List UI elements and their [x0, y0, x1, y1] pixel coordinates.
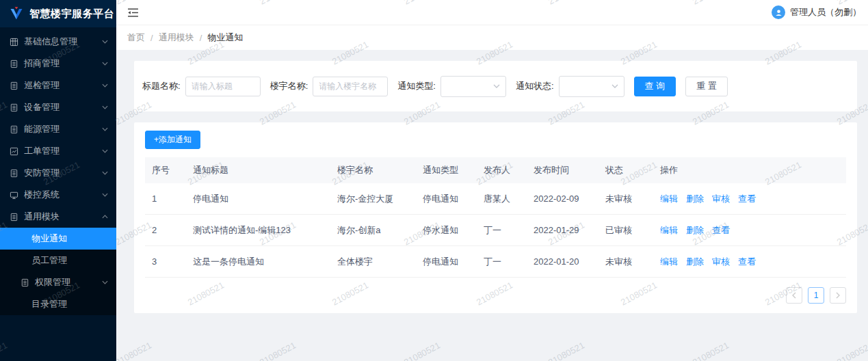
sidebar-subitem[interactable]: 物业通知 [0, 228, 116, 250]
page: 智慧楼宇服务平台 基础信息管理招商管理巡检管理设备管理能源管理工单管理安防管理楼… [0, 0, 868, 361]
status-filter-select[interactable] [559, 76, 624, 97]
document-icon [10, 81, 18, 90]
chevron-down-icon [102, 149, 108, 153]
cell-index: 1 [145, 193, 186, 204]
cell-index: 3 [145, 256, 186, 267]
row-actions: 编辑删除审核查看 [653, 193, 846, 205]
logo-shield-icon [8, 5, 25, 22]
type-filter-label: 通知类型: [397, 80, 436, 92]
delete-link[interactable]: 删除 [686, 256, 704, 268]
cell-building: 海尔-金控大厦 [330, 193, 416, 205]
breadcrumb-item[interactable]: 首页 [127, 31, 145, 44]
breadcrumb-item[interactable]: 通用模块 [159, 31, 194, 44]
sidebar-item[interactable]: 巡检管理 [0, 75, 116, 96]
column-header: 发布人 [477, 164, 527, 176]
title-filter-label: 标题名称: [142, 80, 181, 92]
sidebar-item[interactable]: 楼控系统 [0, 184, 116, 206]
chevron-down-icon [611, 84, 618, 88]
status-filter-label: 通知状态: [516, 80, 554, 92]
column-header: 通知类型 [416, 164, 477, 176]
status-filter-group: 通知状态: [516, 76, 624, 97]
add-notice-button[interactable]: +添加通知 [145, 131, 200, 149]
delete-link[interactable]: 删除 [686, 224, 704, 237]
cell-type: 停电通知 [416, 256, 477, 268]
reset-button[interactable]: 重 置 [685, 77, 728, 96]
type-filter-group: 通知类型: [397, 76, 506, 97]
page-number-button[interactable]: 1 [808, 287, 824, 304]
cell-status: 未审核 [599, 193, 653, 205]
sidebar-subitem[interactable]: 权限管理 [0, 271, 116, 293]
chevron-down-icon [102, 83, 108, 88]
chevron-down-icon [102, 127, 108, 131]
sidebar-item[interactable]: 能源管理 [0, 118, 116, 140]
table-body: 1停电通知海尔-金控大厦停电通知唐某人2022-02-09未审核编辑删除审核查看… [145, 183, 846, 278]
submenu: 物业通知员工管理权限管理目录管理 [0, 228, 116, 315]
user-avatar-icon [772, 5, 785, 19]
cell-type: 停水通知 [416, 224, 477, 237]
view-link[interactable]: 查看 [738, 193, 756, 205]
document-icon [10, 213, 18, 222]
chevron-down-icon [102, 105, 108, 109]
chevron-up-icon [102, 215, 108, 219]
sidebar-item[interactable]: 通用模块 [0, 206, 116, 228]
monitor-icon [10, 191, 18, 200]
table-row: 1停电通知海尔-金控大厦停电通知唐某人2022-02-09未审核编辑删除审核查看 [145, 183, 846, 215]
delete-link[interactable]: 删除 [686, 193, 704, 205]
title-filter-input[interactable] [185, 77, 261, 96]
sidebar-item[interactable]: 设备管理 [0, 96, 116, 118]
next-page-button[interactable] [830, 287, 846, 304]
menu-fold-icon[interactable] [127, 8, 139, 18]
breadcrumb-item: 物业通知 [207, 31, 243, 44]
edit-link[interactable]: 编辑 [660, 224, 678, 237]
cell-publish-time: 2022-01-20 [527, 256, 599, 267]
cell-publisher: 唐某人 [477, 193, 527, 205]
sidebar-item[interactable]: 工单管理 [0, 140, 116, 162]
search-button[interactable]: 查 询 [634, 77, 676, 96]
sidebar-item[interactable]: 招商管理 [0, 53, 116, 75]
building-filter-group: 楼宇名称: [270, 77, 389, 96]
cell-title: 停电通知 [186, 193, 330, 205]
user-menu[interactable]: 管理人员（勿删） [772, 5, 861, 19]
column-header: 序号 [145, 164, 186, 176]
cell-index: 2 [145, 225, 186, 235]
sidebar-subitem[interactable]: 员工管理 [0, 250, 116, 271]
chevron-down-icon [493, 84, 500, 88]
edit-link[interactable]: 编辑 [660, 256, 678, 268]
top-header: 管理人员（勿删） [116, 0, 868, 25]
column-header: 操作 [653, 164, 846, 176]
sidebar-item[interactable]: 安防管理 [0, 162, 116, 184]
type-filter-select[interactable] [440, 76, 506, 97]
prev-page-button[interactable] [786, 287, 802, 304]
content: 标题名称: 楼宇名称: 通知类型: 通知状态: [116, 50, 868, 361]
row-actions: 编辑删除查看 [653, 224, 846, 237]
sidebar-item-label: 巡检管理 [24, 79, 60, 92]
document-icon [21, 278, 29, 287]
sidebar-subitem[interactable]: 目录管理 [0, 293, 116, 315]
review-link[interactable]: 审核 [712, 193, 730, 205]
column-header: 状态 [599, 164, 653, 176]
user-name: 管理人员（勿删） [790, 6, 861, 18]
building-filter-input[interactable] [313, 77, 388, 96]
chevron-down-icon [102, 62, 108, 66]
edit-link[interactable]: 编辑 [660, 193, 678, 205]
sidebar-item-label: 工单管理 [24, 145, 60, 157]
main-area: 管理人员（勿删） 首页/通用模块/物业通知 标题名称: 楼宇名称: 通知类型: [116, 0, 868, 361]
chevron-down-icon [102, 171, 108, 175]
sidebar-item[interactable]: 基础信息管理 [0, 31, 116, 53]
view-link[interactable]: 查看 [712, 224, 730, 237]
app-logo: 智慧楼宇服务平台 [0, 0, 116, 27]
column-header: 发布时间 [527, 164, 599, 176]
document-icon [10, 125, 18, 134]
document-icon [10, 103, 18, 112]
sidebar-subitem-label: 员工管理 [31, 254, 67, 267]
view-link[interactable]: 查看 [738, 256, 756, 268]
app-title: 智慧楼宇服务平台 [29, 8, 114, 21]
sidebar-subitem-label: 物业通知 [31, 232, 67, 245]
review-link[interactable]: 审核 [712, 256, 730, 268]
chevron-down-icon [102, 280, 108, 284]
cell-status: 未审核 [599, 256, 653, 268]
sidebar-item-label: 楼控系统 [24, 189, 60, 201]
breadcrumb: 首页/通用模块/物业通知 [116, 25, 868, 50]
column-header: 通知标题 [186, 164, 330, 176]
document-icon [10, 59, 18, 68]
